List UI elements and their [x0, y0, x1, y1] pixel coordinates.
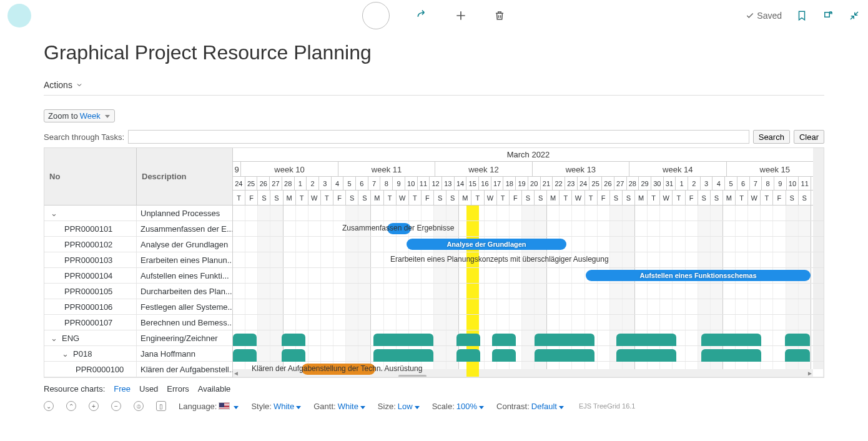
- gantt-bar[interactable]: [701, 349, 761, 362]
- gantt-row[interactable]: [233, 299, 824, 315]
- gantt-bar[interactable]: Analyse der Grundlagen: [407, 239, 566, 250]
- clear-button[interactable]: Clear: [794, 130, 824, 144]
- table-row[interactable]: ⌄Unplanned Processes: [44, 206, 232, 221]
- gantt-bar[interactable]: [785, 349, 810, 362]
- gantt-bar[interactable]: [456, 349, 480, 362]
- delete-button[interactable]: [493, 9, 506, 22]
- timeline-day: 28: [282, 177, 295, 190]
- gantt-bar[interactable]: [373, 349, 433, 362]
- gantt-row[interactable]: [233, 330, 824, 346]
- col-header-no[interactable]: No: [44, 148, 137, 205]
- row-no: PPR0000105: [64, 287, 112, 296]
- gantt-row[interactable]: [233, 284, 824, 299]
- back-button[interactable]: [7, 4, 31, 27]
- scale-select[interactable]: Scale:100%: [432, 402, 484, 411]
- timeline-day: 5: [725, 177, 737, 190]
- table-row[interactable]: PPR0000105Durcharbeiten des Plan...: [44, 284, 232, 299]
- zoom-value: Week: [80, 111, 101, 121]
- timeline-dow: S: [270, 191, 283, 205]
- collapse-button[interactable]: [848, 9, 861, 22]
- timeline-dow: W: [660, 191, 673, 205]
- table-row[interactable]: PPR0000102Analyse der Grundlagen: [44, 237, 232, 252]
- gantt-row[interactable]: Zusammenfassen der Ergebnisse: [233, 221, 824, 237]
- timeline-day: 1: [295, 177, 307, 190]
- gantt-bar[interactable]: [492, 349, 516, 362]
- timeline-day: 2: [688, 177, 701, 190]
- size-select[interactable]: Size:Low: [378, 402, 420, 411]
- timeline-dow: T: [736, 191, 748, 205]
- config-zoom-reset-button[interactable]: ⦶: [134, 401, 144, 411]
- row-no: PPR0000100: [76, 365, 124, 374]
- resource-chart-option[interactable]: Errors: [167, 384, 189, 394]
- share-button[interactable]: [416, 9, 428, 22]
- timeline-dow: S: [623, 191, 635, 205]
- gantt-row[interactable]: [233, 346, 824, 362]
- expander-icon[interactable]: ⌄: [49, 209, 58, 218]
- config-zoom-in-button[interactable]: +: [89, 401, 99, 411]
- table-row[interactable]: PPR0000104Aufstellen eines Funkti...: [44, 268, 232, 284]
- gantt-row[interactable]: Erarbeiten eines Planungskonzepts mit üb…: [233, 252, 824, 268]
- zoom-select[interactable]: Zoom to Week: [44, 109, 115, 122]
- gantt-row-text: Klären der Aufgabenstellung der Techn. A…: [252, 364, 422, 373]
- table-row[interactable]: PPR0000106Festlegen aller Systeme...: [44, 299, 232, 315]
- timeline-day: 27: [614, 177, 627, 190]
- gantt-bar[interactable]: [373, 334, 433, 346]
- resource-chart-option[interactable]: Free: [114, 384, 131, 394]
- gantt-bar[interactable]: Aufstellen eines Funktionsschemas: [586, 270, 811, 281]
- gantt-bar[interactable]: [616, 334, 676, 346]
- table-row[interactable]: PPR0000101Zusammenfassen der E...: [44, 221, 232, 237]
- add-button[interactable]: [455, 9, 467, 22]
- gantt-row[interactable]: [233, 315, 824, 330]
- gantt-bar[interactable]: [492, 334, 516, 346]
- gantt-bar[interactable]: [233, 349, 257, 362]
- timeline-dow: T: [384, 191, 397, 205]
- gantt-bar[interactable]: [282, 334, 305, 346]
- resource-chart-option[interactable]: Available: [198, 384, 231, 394]
- table-row[interactable]: PPR0000103Erarbeiten eines Planun...: [44, 252, 232, 268]
- expander-icon[interactable]: ⌄: [61, 349, 69, 359]
- col-header-description[interactable]: Description: [137, 148, 232, 205]
- resource-chart-option[interactable]: Used: [139, 384, 158, 394]
- language-select[interactable]: Language:: [179, 402, 239, 411]
- row-no: PPR0000103: [64, 255, 112, 265]
- config-columns-button[interactable]: ▯: [156, 401, 166, 411]
- edit-button[interactable]: [362, 2, 390, 29]
- gantt-bar[interactable]: [535, 349, 594, 362]
- open-new-button[interactable]: [822, 9, 834, 22]
- style-select[interactable]: Style:White: [251, 402, 301, 411]
- gantt-row[interactable]: Aufstellen eines Funktionsschemas: [233, 268, 824, 284]
- topbar: Saved: [0, 0, 868, 31]
- row-no: PPR0000107: [64, 318, 112, 327]
- contrast-select[interactable]: Contrast:Default: [496, 402, 564, 411]
- gantt-row[interactable]: Klären der Aufgabenstellung der Techn. A…: [233, 362, 824, 377]
- search-button[interactable]: Search: [753, 130, 790, 144]
- table-row[interactable]: ⌄ENGEngineering/Zeichner: [44, 330, 232, 346]
- row-no: PPR0000102: [64, 240, 112, 249]
- bookmark-button[interactable]: [796, 9, 808, 22]
- table-row[interactable]: PPR0000100Klären der Aufgabenstell...: [44, 362, 232, 377]
- gantt-row[interactable]: [233, 206, 824, 221]
- row-description: Engineering/Zeichner: [137, 330, 232, 345]
- gantt-bar[interactable]: [535, 334, 594, 346]
- table-row[interactable]: PPR0000107Berechnen und Bemess...: [44, 315, 232, 330]
- actions-menu[interactable]: Actions: [44, 80, 83, 90]
- config-expand-up-button[interactable]: ⌃: [66, 401, 76, 411]
- gantt-row[interactable]: Analyse der Grundlagen: [233, 237, 824, 252]
- gantt-bar[interactable]: [701, 334, 761, 346]
- gantt-bar[interactable]: [456, 334, 480, 346]
- config-zoom-out-button[interactable]: −: [111, 401, 121, 411]
- gantt-bar[interactable]: [785, 334, 810, 346]
- config-expand-down-button[interactable]: ⌄: [44, 401, 54, 411]
- timeline-day: 27: [270, 177, 282, 190]
- gantt-bar[interactable]: [233, 334, 257, 346]
- gantt-select[interactable]: Gantt:White: [313, 402, 365, 411]
- timeline-month: March 2022: [233, 148, 824, 162]
- share-icon: [416, 9, 428, 22]
- timeline-dow: S: [522, 191, 535, 205]
- gantt-bar[interactable]: [616, 349, 676, 362]
- table-row[interactable]: ⌄P018Jana Hoffmann: [44, 346, 232, 362]
- expander-icon[interactable]: ⌄: [49, 334, 58, 343]
- timeline-day: 22: [553, 177, 565, 190]
- gantt-bar[interactable]: [282, 349, 305, 362]
- search-input[interactable]: [128, 130, 749, 144]
